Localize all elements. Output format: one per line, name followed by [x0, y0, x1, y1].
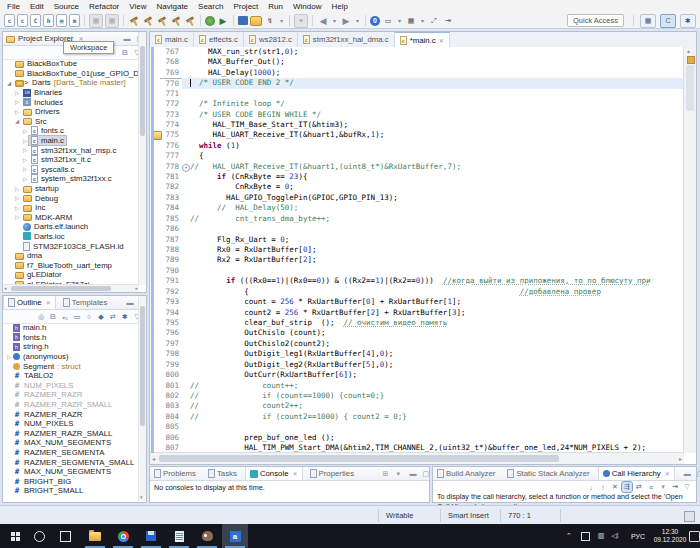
build-all-icon[interactable] [128, 15, 140, 27]
open-folder-icon[interactable] [250, 16, 262, 26]
code-line-773[interactable]: 773 /* USER CODE BEGIN WHILE */ [150, 110, 696, 120]
outline-item-anonymous[interactable]: ▷(anonymous) [3, 352, 139, 362]
code-line-788[interactable]: 788 Rx0 = RxUartBuffer[0]; [150, 245, 696, 255]
outline-item-TABLO2[interactable]: #TABLO2 [3, 371, 139, 381]
close-icon[interactable]: ✕ [439, 37, 444, 44]
expand-arrow-icon[interactable]: ▷ [5, 354, 13, 360]
back-dropdown-icon[interactable]: ▾ [331, 15, 338, 27]
view-dropdown-icon[interactable]: ▾ [658, 482, 668, 492]
tree-item-Includes[interactable]: ▷≡Includes [3, 97, 139, 107]
code-line-778[interactable]: 778+// HAL_UART_Receive_IT(&huart1,(uint… [150, 162, 696, 172]
editor-tab-main.c[interactable]: cmain.c [150, 32, 194, 47]
cpp-perspective-icon[interactable]: C [660, 14, 676, 28]
editor-tab-ws2812.c[interactable]: cws2812.c [244, 32, 298, 47]
code-line-775[interactable]: 775 HAL_UART_Receive_IT(&huart1,&bufRx,1… [150, 130, 696, 140]
tray-clock[interactable]: 12:30 09.12.2020 [652, 524, 688, 548]
expand-arrow-icon[interactable]: ▷ [21, 157, 29, 163]
code-line-770[interactable]: 770 /* USER CODE END 2 */ [150, 78, 696, 88]
tab-build-analyzer[interactable]: Build Analyzer [433, 467, 500, 480]
link-with-editor-icon[interactable]: ⇄ [108, 312, 118, 322]
hide-fields-icon[interactable]: ▭ [72, 312, 82, 322]
new-c-file-icon[interactable]: c [4, 14, 15, 27]
tree-item-Darts.ioc[interactable]: Darts.ioc [3, 232, 139, 242]
taskbar-chrome[interactable] [110, 524, 136, 548]
menu-view[interactable]: View [124, 2, 151, 11]
notification-center-icon[interactable] [688, 524, 700, 548]
pin-editor-icon[interactable]: ⇥ [442, 15, 454, 27]
task-view-button[interactable] [52, 524, 78, 548]
new-c-project-icon[interactable]: ▤ [56, 14, 67, 27]
menu-window[interactable]: Window [288, 2, 326, 11]
tray-volume-icon[interactable]: ◁⦙ [608, 524, 622, 548]
editor-tab-main.c[interactable]: c*main.c✕ [395, 32, 450, 47]
new-class-icon[interactable]: C [30, 14, 41, 27]
tree-item-BlackBoxTube_01use_GPIO_DMA_lil[interactable]: BlackBoxTube_01(use_GPIO_DMA_lil [3, 69, 139, 79]
expand-arrow-icon[interactable]: ▷ [13, 195, 21, 201]
code-line-786[interactable]: 786 [150, 224, 696, 234]
code-line-776[interactable]: 776 while (1) [150, 141, 696, 151]
taskbar-floppy-app[interactable] [138, 524, 164, 548]
tray-chevron-icon[interactable]: ⌃ [562, 524, 576, 548]
close-icon[interactable]: ✕ [46, 299, 51, 306]
code-line-798[interactable]: 798 OutDigit_leg1(RxUartBuffer[4],0); [150, 349, 696, 359]
tree-item-Darts[interactable]: ◢>Darts[Darts_Table master] [3, 78, 139, 88]
menu-edit[interactable]: Edit [25, 2, 49, 11]
tree-item-Src[interactable]: ◢Src [3, 117, 139, 127]
status-tray-icon[interactable] [684, 511, 695, 522]
focus-icon[interactable]: ◎ [36, 312, 46, 322]
dropdown-icon[interactable]: ▾ [278, 15, 285, 27]
toggle-block-icon[interactable]: ▦ [405, 15, 417, 27]
annotation-marker[interactable] [687, 56, 695, 64]
menu-source[interactable]: Source [49, 2, 84, 11]
outline-item-stringh[interactable]: hstring.h [3, 342, 139, 352]
tree-item-STM32F103C8_FLASH.ld[interactable]: STM32F103C8_FLASH.ld [3, 241, 139, 251]
new-cpp-file-icon[interactable]: c [17, 14, 28, 27]
tree-item-Binaries[interactable]: ▷10Binaries [3, 88, 139, 98]
taskbar-app-a[interactable]: a [222, 524, 248, 548]
code-line-790[interactable]: 790 [150, 266, 696, 276]
code-line-785[interactable]: 785// cnt_trans_dma_byte++; [150, 214, 696, 224]
tab-console[interactable]: Console✕ [245, 467, 303, 480]
expand-arrow-icon[interactable]: ▷ [21, 147, 29, 153]
collapsed-fold-icon[interactable]: + [182, 164, 190, 172]
code-line-800[interactable]: 800 OutCurr(RxUartBuffer[6]); [150, 370, 696, 380]
code-line-793[interactable]: 793 count = 256 * RxUartBuffer[0] + RxUa… [150, 297, 696, 307]
run-external-icon[interactable]: ▶ [217, 15, 229, 27]
tree-item-Debug[interactable]: ▷Debug [3, 193, 139, 203]
menu-navigate[interactable]: Navigate [151, 2, 193, 11]
debug-perspective-icon[interactable]: ✱ [680, 14, 696, 28]
code-line-805[interactable]: 805 [150, 422, 696, 432]
code-line-783[interactable]: 783 HAL_GPIO_TogglePin(GPIOC,GPIO_PIN_13… [150, 193, 696, 203]
tree-item-BlackBoxTube[interactable]: BlackBoxTube [3, 59, 139, 69]
quick-access-button[interactable]: Quick Access [567, 14, 624, 27]
expand-arrow-icon[interactable]: ◢ [5, 80, 13, 86]
tree-item-fonts.c[interactable]: ▷cfonts.c [3, 126, 139, 136]
expand-arrow-icon[interactable]: ▷ [21, 138, 29, 144]
back-icon[interactable]: ◀ [317, 15, 329, 27]
expand-arrow-icon[interactable]: ▷ [13, 109, 21, 115]
outline-item-RAZMER_SEGMENTA[interactable]: #RAZMER_SEGMENTA [3, 448, 139, 458]
expand-arrow-icon[interactable]: ▷ [21, 176, 29, 182]
code-line-767[interactable]: 767 MAX_run_str(str1,0); [150, 47, 696, 57]
tray-app-icon[interactable] [578, 524, 592, 548]
minimize-icon[interactable]: ▬ [684, 470, 691, 477]
maximize-icon[interactable]: ▢ [422, 470, 429, 478]
tab-static-stack-analyzer[interactable]: Static Stack Analyzer [503, 467, 594, 480]
outline-item-NUM_PIXELS[interactable]: #NUM_PIXELS [3, 381, 139, 391]
code-line-792[interactable]: 792 { //добавлена провер [150, 287, 696, 297]
code-line-795[interactable]: 795 clear_buf_strip (); // очистим видео… [150, 318, 696, 328]
tray-language[interactable]: РУС [626, 524, 650, 548]
scroll-up-icon[interactable]: ▲ [686, 48, 691, 54]
tree-item-syscalls.c[interactable]: ▷csyscalls.c [3, 165, 139, 175]
code-line-802[interactable]: 802// if (count==1000) {count=0;} [150, 391, 696, 401]
info-icon[interactable]: 0 [370, 16, 380, 26]
outline-item-RAZMER_RAZR[interactable]: #RAZMER_RAZR [3, 390, 139, 400]
code-line-772[interactable]: 772 /* Infinite loop */ [150, 99, 696, 109]
layout-icon[interactable]: ≡ [646, 482, 656, 492]
pin-view-icon[interactable]: ⇥ [670, 482, 680, 492]
close-icon[interactable]: ✕ [292, 470, 297, 477]
code-line-806[interactable]: 806 prep_buf_one_led (); [150, 433, 696, 443]
menu-refactor[interactable]: Refactor [84, 2, 124, 11]
editor-tab-effects.c[interactable]: ceffects.c [194, 32, 244, 47]
outline-item-NUM_PIXELS[interactable]: #NUM_PIXELS [3, 419, 139, 429]
